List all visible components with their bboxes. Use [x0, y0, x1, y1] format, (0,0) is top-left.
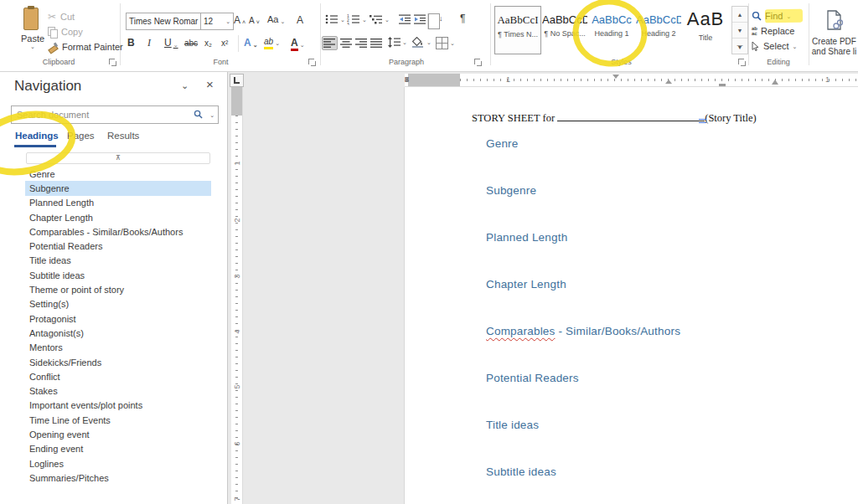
first-line-indent-marker[interactable] — [612, 75, 619, 79]
nav-list-item[interactable]: Subgenre — [25, 181, 211, 195]
tab-pages[interactable]: Pages — [67, 131, 95, 141]
clipboard-group-label: Clipboard — [0, 58, 117, 66]
nav-list-item[interactable]: Loglines — [25, 456, 211, 471]
style-heading-2[interactable]: AaBbCcD Heading 2 — [635, 6, 682, 54]
paint-bucket-icon — [411, 37, 425, 48]
style-no-spacing[interactable]: AaBbCcD ¶ No Spac... — [541, 6, 588, 54]
search-box[interactable]: ⌄ — [11, 105, 219, 124]
shading-button[interactable]: ⌄ — [411, 37, 432, 48]
justify-button[interactable] — [370, 37, 384, 49]
pane-options-chevron-icon[interactable]: ⌄ — [181, 80, 189, 91]
nav-list-item[interactable]: Protagonist — [25, 311, 211, 326]
increase-indent-icon — [414, 13, 426, 25]
borders-button[interactable]: ⌄ — [436, 37, 455, 49]
subscript-button[interactable]: x₂ — [204, 39, 212, 48]
nav-list-item[interactable]: Opening event — [25, 427, 211, 441]
paste-button[interactable]: Paste ⌄ — [15, 5, 50, 64]
gallery-more-button[interactable]: —▼ — [732, 39, 747, 54]
align-left-button[interactable] — [322, 36, 338, 50]
gallery-scroll-up[interactable]: ▲ — [732, 7, 747, 23]
nav-list-item[interactable]: Potential Readers — [25, 239, 211, 253]
tab-selector-button[interactable] — [230, 74, 244, 87]
change-case-button[interactable]: Aa⌄ — [267, 15, 285, 24]
nav-list-item[interactable]: Genre — [25, 167, 211, 181]
font-size-combobox[interactable]: 12⌄ — [200, 13, 234, 30]
group-divider — [120, 3, 121, 65]
nav-list-item[interactable]: Comparables - Similar/Books/Authors — [25, 224, 211, 239]
nav-list-item[interactable]: Title ideas — [25, 254, 211, 268]
nav-list-item[interactable]: Sidekicks/Friends — [25, 355, 211, 369]
clipboard-dialog-launcher[interactable] — [109, 59, 116, 66]
select-button[interactable]: Select ⌄ — [752, 39, 797, 53]
chevron-down-icon: ⌄ — [173, 42, 178, 48]
nav-list-item[interactable]: Theme or point of story — [25, 282, 211, 296]
find-button[interactable]: Find ⌄ — [752, 9, 791, 23]
styles-dialog-launcher[interactable] — [738, 59, 746, 66]
replace-button[interactable]: abac Replace — [752, 24, 794, 38]
search-options-chevron-icon[interactable]: ⌄ — [209, 112, 214, 118]
line-spacing-button[interactable]: ⌄ — [388, 37, 407, 48]
search-icon[interactable] — [194, 110, 203, 119]
format-painter-button[interactable]: Format Painter — [48, 40, 123, 54]
nav-list-item[interactable]: Stakes — [25, 383, 211, 398]
increase-indent-button[interactable] — [414, 13, 426, 25]
italic-button[interactable]: I — [147, 38, 151, 48]
gallery-scroll-down[interactable]: ▼ — [732, 23, 747, 39]
bullet-list-icon — [325, 13, 339, 25]
tab-results[interactable]: Results — [107, 131, 139, 141]
bold-button[interactable]: B — [127, 38, 135, 48]
search-icon — [752, 11, 762, 21]
align-center-icon — [339, 37, 354, 49]
paintbrush-icon — [48, 42, 58, 52]
font-dialog-launcher[interactable] — [308, 59, 316, 66]
style-title[interactable]: AaB Title — [682, 6, 729, 54]
nav-list-item[interactable]: Time Line of Events — [25, 413, 211, 427]
nav-list-item[interactable]: Chapter Length — [25, 210, 211, 224]
show-hide-marks-button[interactable]: ¶ — [460, 13, 465, 24]
cut-button[interactable]: ✂ Cut — [48, 10, 75, 23]
nav-list-item[interactable]: Important events/plot points — [25, 399, 211, 413]
superscript-button[interactable]: x² — [221, 39, 228, 48]
nav-list-item[interactable]: Ending event — [25, 442, 211, 456]
pane-close-icon[interactable]: × — [206, 77, 214, 91]
ruler-number: 1 — [825, 75, 830, 84]
document-title-line: STORY SHEET for (Story Title) — [472, 111, 757, 125]
style-normal[interactable]: AaBbCcI ¶ Times N... — [494, 6, 541, 54]
right-indent-marker[interactable] — [772, 80, 778, 85]
grow-font-button[interactable]: A˄ — [234, 15, 246, 25]
nav-list-item[interactable]: Setting(s) — [25, 297, 211, 311]
document-canvas[interactable]: STORY SHEET for (Story Title) Genre Subg… — [405, 87, 858, 504]
horizontal-ruler: 1 1234567 — [405, 74, 858, 87]
tab-headings[interactable]: Headings — [15, 131, 59, 141]
style-heading-1[interactable]: AaBbCc Heading 1 — [588, 6, 635, 54]
nav-list-item[interactable]: Antagonist(s) — [25, 326, 211, 340]
shrink-font-button[interactable]: A˅ — [249, 17, 260, 25]
nav-list-item[interactable]: Planned Length — [25, 196, 211, 210]
font-color-button[interactable]: A ⌄ — [291, 38, 305, 48]
underline-button[interactable]: U⌄ — [164, 38, 178, 48]
paragraph-dialog-launcher[interactable] — [474, 59, 482, 66]
search-input[interactable] — [15, 107, 186, 122]
blank-heading-item[interactable]: ⊼ — [26, 152, 210, 164]
small-divider — [238, 35, 239, 52]
numbering-button[interactable]: 123 ⌄ — [347, 13, 367, 25]
copy-button[interactable]: Copy — [48, 25, 83, 39]
justify-icon — [370, 37, 384, 49]
strikethrough-button[interactable]: abc — [184, 39, 198, 48]
font-family-combobox[interactable]: Times New Romar⌄ — [126, 13, 204, 30]
multilevel-list-button[interactable]: ⌄ — [370, 13, 390, 25]
nav-list-item[interactable]: Conflict — [25, 369, 211, 383]
nav-list-item[interactable]: Summaries/Pitches — [25, 471, 211, 485]
text-effects-button[interactable]: A⌄ — [244, 38, 258, 48]
multilevel-list-icon — [370, 13, 383, 25]
nav-list-item[interactable]: Mentors — [25, 341, 211, 355]
left-indent-marker[interactable] — [719, 84, 726, 86]
highlight-color-button[interactable]: ab ⌄ — [264, 38, 280, 46]
align-center-button[interactable] — [339, 37, 354, 49]
bullets-button[interactable]: ⌄ — [325, 13, 345, 25]
create-pdf-button[interactable]: Create PDF and Share li — [810, 0, 858, 70]
nav-list-item[interactable]: Subtitle ideas — [25, 268, 211, 282]
align-right-button[interactable] — [354, 37, 369, 49]
decrease-indent-button[interactable] — [399, 13, 411, 25]
hanging-indent-marker[interactable] — [665, 80, 672, 84]
